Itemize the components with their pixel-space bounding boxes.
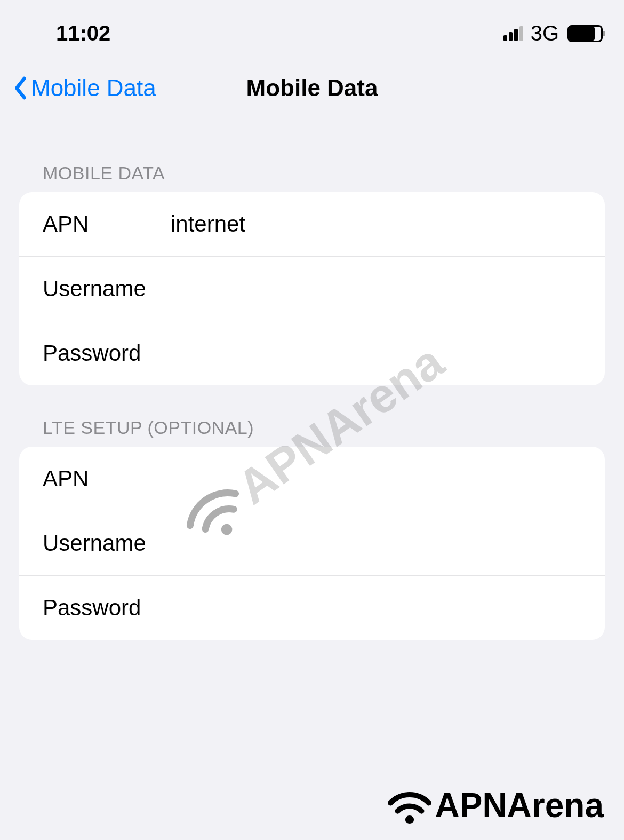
group-mobile-data: APN Username Password — [19, 192, 605, 385]
password-input[interactable] — [171, 340, 581, 366]
group-lte-setup: APN Username Password — [19, 447, 605, 640]
lte-username-label: Username — [43, 530, 171, 556]
status-right: 3G — [503, 21, 603, 45]
apn-input[interactable] — [171, 211, 581, 237]
brand-footer: APNArena — [386, 781, 604, 829]
row-lte-username[interactable]: Username — [19, 511, 605, 576]
status-time: 11:02 — [56, 21, 110, 45]
section-header-mobile-data: MOBILE DATA — [0, 128, 624, 192]
lte-password-input[interactable] — [171, 595, 581, 621]
lte-apn-label: APN — [43, 466, 171, 492]
network-type: 3G — [531, 21, 559, 45]
battery-icon — [567, 25, 603, 42]
password-label: Password — [43, 340, 171, 366]
row-lte-apn[interactable]: APN — [19, 447, 605, 511]
signal-icon — [503, 26, 523, 41]
row-password[interactable]: Password — [19, 321, 605, 385]
page-title: Mobile Data — [246, 75, 378, 101]
row-lte-password[interactable]: Password — [19, 576, 605, 640]
lte-username-input[interactable] — [171, 530, 581, 556]
svg-point-1 — [405, 815, 414, 824]
row-apn[interactable]: APN — [19, 192, 605, 257]
brand-text: APNArena — [435, 786, 604, 825]
lte-password-label: Password — [43, 595, 171, 621]
username-input[interactable] — [171, 276, 581, 302]
status-bar: 11:02 3G — [0, 0, 624, 56]
lte-apn-input[interactable] — [171, 466, 581, 492]
section-header-lte-setup: LTE SETUP (OPTIONAL) — [0, 385, 624, 447]
row-username[interactable]: Username — [19, 257, 605, 321]
back-label: Mobile Data — [31, 75, 156, 101]
chevron-back-icon — [13, 76, 29, 100]
wifi-brand-icon — [386, 781, 434, 829]
username-label: Username — [43, 276, 171, 302]
apn-label: APN — [43, 211, 171, 237]
back-button[interactable]: Mobile Data — [13, 75, 156, 101]
nav-bar: Mobile Data Mobile Data — [0, 56, 624, 128]
